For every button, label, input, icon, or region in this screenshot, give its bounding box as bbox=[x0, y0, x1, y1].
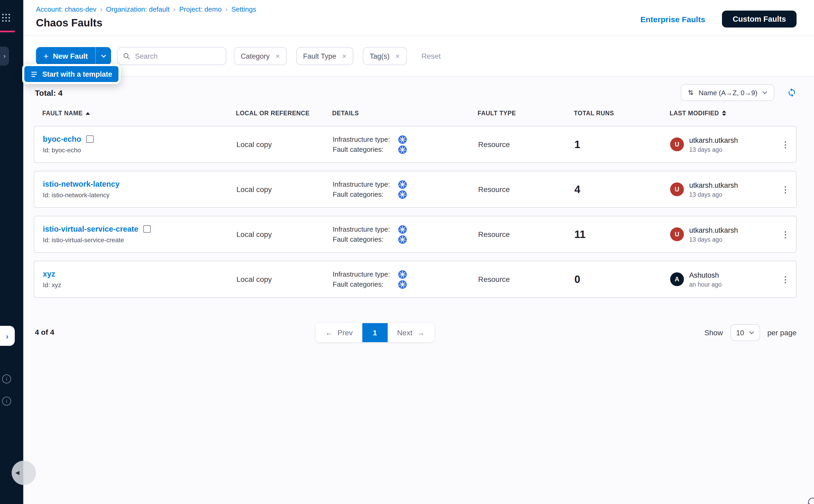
fault-id: Id: xyz bbox=[43, 281, 236, 289]
headset-icon bbox=[807, 497, 814, 504]
sort-ascending-icon bbox=[86, 112, 90, 114]
prev-page-button[interactable]: ← Prev bbox=[316, 323, 362, 342]
fault-id: Id: istio-virtual-service-create bbox=[43, 236, 236, 244]
local-or-reference: Local copy bbox=[236, 275, 333, 283]
new-fault-button[interactable]: + New Fault bbox=[36, 47, 95, 65]
close-icon[interactable]: × bbox=[342, 52, 346, 60]
column-last-modified[interactable]: LAST MODIFIED bbox=[670, 110, 775, 116]
fault-name-link[interactable]: istio-network-latency bbox=[43, 180, 120, 188]
chaos-nav-widget[interactable]: ◀ bbox=[12, 461, 36, 485]
filter-chip-category[interactable]: Category × bbox=[234, 47, 287, 65]
fault-list: byoc-echo Id: byoc-echo Local copy Infra… bbox=[34, 126, 797, 298]
chip-label: Fault Type bbox=[303, 52, 336, 60]
column-details: DETAILS bbox=[332, 110, 478, 116]
infrastructure-type-label: Infrastructure type: bbox=[333, 135, 398, 143]
page-header: Account: chaos-dev › Organization: defau… bbox=[23, 0, 814, 36]
kubernetes-icon bbox=[398, 180, 407, 189]
column-fault-name[interactable]: FAULT NAME bbox=[34, 110, 236, 116]
sort-label: Name (A→Z, 0→9) bbox=[699, 89, 758, 97]
box-icon bbox=[86, 135, 93, 143]
modified-by: utkarsh.utkarsh bbox=[689, 226, 738, 234]
close-icon[interactable]: × bbox=[395, 52, 400, 60]
search-icon bbox=[123, 52, 130, 60]
column-label: LAST MODIFIED bbox=[670, 110, 719, 116]
help-icon[interactable]: i bbox=[2, 397, 11, 406]
kubernetes-icon bbox=[398, 235, 407, 244]
fault-name-link[interactable]: xyz bbox=[43, 270, 55, 278]
reset-filters-button[interactable]: Reset bbox=[421, 52, 441, 60]
filter-chip-fault-type[interactable]: Fault Type × bbox=[296, 47, 353, 65]
fault-name-link[interactable]: byoc-echo bbox=[43, 135, 81, 143]
details-cell: Infrastructure type: Fault categories: bbox=[333, 268, 478, 290]
header-actions: Enterprise Faults Custom Faults bbox=[641, 11, 797, 28]
table-row: istio-virtual-service-create Id: istio-v… bbox=[34, 216, 797, 253]
fault-categories-label: Fault categories: bbox=[333, 280, 398, 288]
fault-categories-label: Fault categories: bbox=[333, 235, 398, 243]
left-arrow-icon: ← bbox=[325, 328, 333, 337]
fault-name-cell: istio-virtual-service-create Id: istio-v… bbox=[34, 225, 236, 244]
column-fault-type: FAULT TYPE bbox=[478, 110, 574, 116]
fault-name-link[interactable]: istio-virtual-service-create bbox=[43, 225, 138, 233]
fault-type: Resource bbox=[478, 275, 574, 283]
search-input[interactable] bbox=[134, 52, 221, 61]
kubernetes-icon bbox=[398, 145, 407, 154]
close-icon[interactable]: × bbox=[276, 52, 280, 60]
main-area: Account: chaos-dev › Organization: defau… bbox=[23, 0, 814, 504]
breadcrumb-settings[interactable]: Settings bbox=[231, 5, 256, 13]
sidebar-expand-button[interactable]: › bbox=[0, 47, 9, 66]
row-menu-button[interactable]: ⋮ bbox=[781, 229, 790, 239]
new-fault-label: New Fault bbox=[53, 52, 88, 60]
breadcrumb-organization[interactable]: Organization: default bbox=[106, 5, 170, 13]
list-controls: Total: 4 Name (A→Z, 0→9) bbox=[34, 84, 797, 102]
fault-name-cell: byoc-echo Id: byoc-echo bbox=[34, 135, 236, 154]
show-label: Show bbox=[704, 328, 723, 337]
fault-type: Resource bbox=[478, 230, 574, 239]
fault-id: Id: istio-network-latency bbox=[43, 191, 236, 199]
panel-expand-button[interactable]: › bbox=[0, 326, 15, 346]
plus-icon: + bbox=[43, 52, 49, 61]
local-or-reference: Local copy bbox=[236, 140, 333, 149]
breadcrumb-account[interactable]: Account: chaos-dev bbox=[36, 5, 96, 13]
app-window: i i › › ◀ Account: chaos-dev › Organizat… bbox=[0, 0, 814, 504]
filter-chips: Category × Fault Type × Tag(s) × bbox=[234, 47, 406, 65]
modified-when: 13 days ago bbox=[689, 191, 738, 198]
kubernetes-icon bbox=[398, 225, 407, 233]
row-menu-button[interactable]: ⋮ bbox=[781, 184, 790, 194]
next-label: Next bbox=[397, 328, 413, 337]
support-button[interactable] bbox=[807, 497, 814, 504]
apps-grid-icon[interactable] bbox=[2, 14, 10, 22]
total-runs: 1 bbox=[574, 138, 670, 150]
new-fault-split-button: + New Fault bbox=[36, 47, 111, 65]
template-menu-label: Start with a template bbox=[42, 70, 112, 78]
infrastructure-type-label: Infrastructure type: bbox=[333, 270, 398, 278]
row-menu-button[interactable]: ⋮ bbox=[781, 274, 790, 284]
column-total-runs: TOTAL RUNS bbox=[574, 110, 670, 116]
infrastructure-type-label: Infrastructure type: bbox=[333, 180, 398, 188]
template-icon bbox=[31, 71, 38, 77]
custom-faults-button[interactable]: Custom Faults bbox=[722, 11, 797, 28]
breadcrumb-project[interactable]: Project: demo bbox=[179, 5, 222, 13]
refresh-button[interactable] bbox=[787, 88, 797, 97]
page-number-button[interactable]: 1 bbox=[362, 323, 388, 342]
sort-dropdown[interactable]: Name (A→Z, 0→9) bbox=[681, 84, 775, 101]
search-box bbox=[117, 47, 226, 65]
new-fault-dropdown-button[interactable] bbox=[96, 47, 111, 65]
left-nav-sidebar: i i bbox=[0, 0, 23, 504]
kubernetes-icon bbox=[398, 280, 407, 288]
chevron-down-icon bbox=[101, 54, 106, 58]
next-page-button[interactable]: Next → bbox=[388, 323, 434, 342]
start-with-template-menu-item[interactable]: Start with a template bbox=[24, 66, 118, 82]
filter-chip-tags[interactable]: Tag(s) × bbox=[363, 47, 406, 65]
row-menu-button[interactable]: ⋮ bbox=[781, 139, 790, 149]
back-arrow-icon: ◀ bbox=[15, 470, 19, 475]
last-modified-cell: U utkarsh.utkarsh 13 days ago bbox=[670, 181, 775, 198]
per-page-select[interactable]: 10 bbox=[730, 324, 760, 341]
right-controls: Name (A→Z, 0→9) bbox=[681, 84, 797, 101]
chevron-right-icon: › bbox=[225, 5, 228, 13]
per-page-label: per page bbox=[767, 328, 797, 337]
info-icon[interactable]: i bbox=[2, 374, 11, 383]
enterprise-faults-link[interactable]: Enterprise Faults bbox=[641, 15, 705, 24]
modified-when: 13 days ago bbox=[689, 236, 738, 242]
fault-type: Resource bbox=[478, 140, 574, 149]
chevron-right-icon: › bbox=[173, 5, 176, 13]
